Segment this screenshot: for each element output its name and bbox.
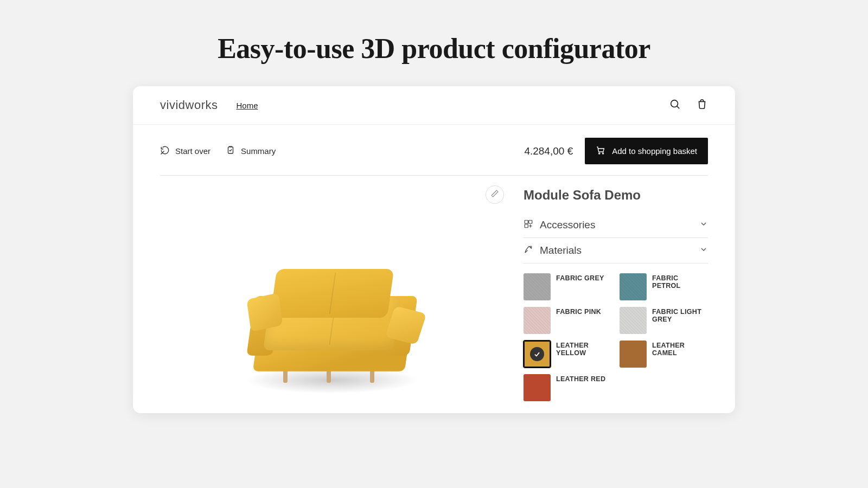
clipboard-icon — [226, 145, 235, 157]
start-over-button[interactable]: Start over — [160, 145, 210, 157]
swatch-label: FABRIC PETROL — [652, 273, 708, 290]
svg-rect-7 — [529, 220, 532, 223]
brand-logo: vividworks — [160, 98, 218, 112]
svg-point-9 — [530, 246, 532, 248]
swatch-grid: FABRIC GREYFABRIC PETROLFABRIC PINKFABRI… — [524, 273, 708, 401]
check-icon — [530, 347, 544, 361]
config-bar-left: Start over Summary — [160, 145, 276, 157]
app-window: vividworks Home Start over — [133, 86, 735, 413]
swatch-fabric-petrol[interactable]: FABRIC PETROL — [620, 273, 708, 300]
config-bar-right: 4.284,00 € Add to shopping basket — [524, 138, 708, 164]
measure-tool-button[interactable] — [486, 185, 504, 204]
chevron-down-icon — [699, 220, 708, 230]
swatch-box — [524, 341, 551, 368]
config-sidebar: Module Sofa Demo Accessories Ma — [524, 185, 708, 413]
cart-icon[interactable] — [696, 98, 708, 112]
main-area: Module Sofa Demo Accessories Ma — [133, 176, 735, 413]
brand-area: vividworks Home — [160, 98, 258, 112]
product-title: Module Sofa Demo — [524, 188, 708, 203]
svg-point-4 — [599, 153, 600, 154]
page-title: Easy-to-use 3D product configurator — [0, 0, 868, 86]
swatch-fabric-light-grey[interactable]: FABRIC LIGHT GREY — [620, 307, 708, 334]
swatch-box — [524, 307, 551, 334]
swatch-label: LEATHER CAMEL — [652, 341, 708, 357]
swatch-label: FABRIC GREY — [556, 273, 604, 282]
add-to-basket-label: Add to shopping basket — [612, 146, 697, 156]
ruler-icon — [490, 189, 499, 200]
svg-line-1 — [677, 106, 679, 108]
config-bar: Start over Summary 4.284,00 € Add to sho… — [133, 125, 735, 175]
materials-icon — [524, 245, 533, 256]
svg-point-0 — [671, 100, 678, 107]
chevron-down-icon — [699, 245, 708, 256]
add-to-basket-button[interactable]: Add to shopping basket — [585, 138, 708, 164]
price-display: 4.284,00 € — [524, 145, 573, 157]
restart-icon — [160, 145, 170, 157]
product-viewer[interactable] — [160, 185, 504, 413]
swatch-label: FABRIC LIGHT GREY — [652, 307, 708, 323]
svg-rect-6 — [525, 220, 528, 223]
section-accessories[interactable]: Accessories — [524, 213, 708, 238]
swatch-label: LEATHER RED — [556, 374, 605, 383]
accessories-icon — [524, 219, 533, 231]
section-accessories-label: Accessories — [540, 219, 595, 231]
swatch-leather-camel[interactable]: LEATHER CAMEL — [620, 341, 708, 368]
sofa-render — [234, 247, 430, 388]
swatch-fabric-grey[interactable]: FABRIC GREY — [524, 273, 612, 300]
swatch-box — [524, 374, 551, 401]
swatch-box — [620, 341, 647, 368]
summary-label: Summary — [241, 146, 276, 156]
nav-home-link[interactable]: Home — [236, 101, 258, 110]
swatch-box — [524, 273, 551, 300]
search-icon[interactable] — [669, 98, 681, 112]
summary-button[interactable]: Summary — [226, 145, 276, 157]
svg-point-5 — [603, 153, 604, 154]
topbar-actions — [669, 98, 708, 112]
swatch-box — [620, 273, 647, 300]
svg-rect-8 — [525, 224, 528, 228]
section-materials[interactable]: Materials — [524, 238, 708, 264]
section-materials-label: Materials — [540, 245, 582, 256]
basket-icon — [596, 145, 605, 157]
swatch-label: LEATHER YELLOW — [556, 341, 612, 357]
swatch-box — [620, 307, 647, 334]
swatch-label: FABRIC PINK — [556, 307, 601, 316]
topbar: vividworks Home — [133, 86, 735, 125]
swatch-leather-red[interactable]: LEATHER RED — [524, 374, 612, 401]
start-over-label: Start over — [175, 146, 210, 156]
swatch-leather-yellow[interactable]: LEATHER YELLOW — [524, 341, 612, 368]
swatch-fabric-pink[interactable]: FABRIC PINK — [524, 307, 612, 334]
